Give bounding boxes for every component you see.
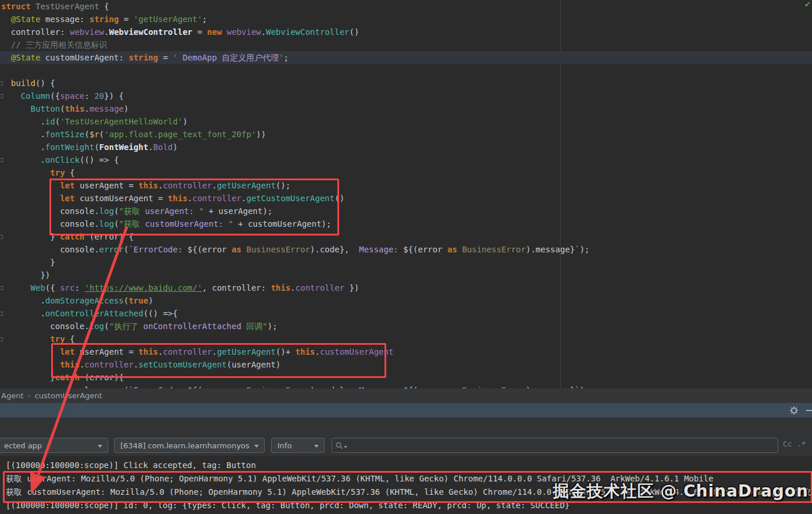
log-search-box[interactable] bbox=[332, 438, 778, 453]
inspection-ok-icon: ✔ bbox=[804, 0, 811, 9]
code-line[interactable]: controller: webview.WebviewController = … bbox=[0, 26, 812, 38]
gear-icon[interactable] bbox=[789, 405, 799, 416]
chevron-down-icon bbox=[314, 445, 319, 448]
fold-marker-icon[interactable] bbox=[0, 286, 3, 290]
code-line[interactable] bbox=[0, 64, 812, 77]
breadcrumb: Agent › customUserAgent bbox=[0, 388, 812, 404]
log-line: [(100000:100000:scope)] id: 0, log: {typ… bbox=[6, 499, 812, 512]
chevron-down-icon bbox=[254, 445, 259, 448]
code-lines: struct TestUserAgent { @State message: s… bbox=[0, 0, 812, 388]
log-lines: [(100000:100000:scope)] Click accepted, … bbox=[0, 456, 812, 514]
breadcrumb-item-customuseragent[interactable]: customUserAgent bbox=[35, 391, 102, 400]
search-icon bbox=[336, 442, 343, 449]
code-line[interactable]: Column({space: 20}) { bbox=[0, 90, 812, 102]
log-line: [(100000:100000:scope)] Click accepted, … bbox=[6, 459, 812, 472]
chevron-down-icon bbox=[98, 445, 102, 448]
code-line[interactable]: console.log("获取 customUserAgent: " + cus… bbox=[0, 217, 812, 230]
device-dropdown[interactable]: ected app bbox=[0, 438, 108, 453]
code-line[interactable]: .onClick(() => { bbox=[0, 154, 812, 166]
fold-marker-icon[interactable] bbox=[0, 158, 3, 162]
code-line[interactable]: } bbox=[0, 256, 812, 269]
toolwindow-header bbox=[0, 403, 812, 417]
code-editor[interactable]: struct TestUserAgent { @State message: s… bbox=[0, 0, 812, 388]
case-sensitive-toggle[interactable]: Cc bbox=[783, 440, 792, 448]
log-output[interactable]: [(100000:100000:scope)] Click accepted, … bbox=[0, 456, 812, 514]
code-line[interactable]: this.controller.setCustomUserAgent(userA… bbox=[0, 358, 812, 371]
fold-marker-icon[interactable] bbox=[0, 337, 3, 341]
code-line[interactable]: try { bbox=[0, 166, 812, 179]
minimize-icon[interactable] bbox=[806, 410, 812, 411]
code-line[interactable]: let userAgent = this.controller.getUserA… bbox=[0, 179, 812, 192]
fold-marker-icon[interactable] bbox=[0, 235, 3, 239]
code-line[interactable]: @State message: string = 'getUserAgent'; bbox=[0, 13, 812, 26]
code-line[interactable]: console.error(`ErrorCode: ${(error as Bu… bbox=[0, 384, 812, 388]
code-line[interactable]: .domStorageAccess(true) bbox=[0, 294, 812, 307]
log-toolbar: ected app [6348] com.learn.learnharmonyo… bbox=[0, 417, 812, 456]
code-line[interactable]: } catch (error) { bbox=[0, 230, 812, 243]
log-search-input[interactable] bbox=[347, 441, 757, 451]
code-line[interactable]: .fontWeight(FontWeight.Bold) bbox=[0, 141, 812, 154]
log-level-dropdown[interactable]: Info bbox=[271, 438, 325, 453]
code-line[interactable]: build() { bbox=[0, 77, 812, 90]
code-line[interactable]: .id('TestUserAgentHelloWorld') bbox=[0, 115, 812, 128]
log-level-dropdown-label: Info bbox=[277, 441, 292, 450]
code-line[interactable]: }catch (error){ bbox=[0, 371, 812, 384]
code-line[interactable]: .onControllerAttached(() =>{ bbox=[0, 307, 812, 320]
code-line[interactable]: .fontSize($r('app.float.page_text_font_2… bbox=[0, 128, 812, 141]
code-line[interactable]: struct TestUserAgent { bbox=[0, 0, 812, 13]
fold-marker-icon[interactable] bbox=[0, 312, 3, 316]
regex-toggle[interactable]: .* bbox=[797, 440, 806, 448]
fold-marker-icon[interactable] bbox=[0, 94, 3, 98]
code-line[interactable]: console.log("执行了 onControllerAttached 回调… bbox=[0, 320, 812, 333]
process-dropdown-label: [6348] com.learn.learnharmonyos bbox=[120, 441, 250, 450]
breadcrumb-item-agent[interactable]: Agent bbox=[1, 391, 23, 400]
chevron-right-icon: › bbox=[27, 391, 30, 400]
device-dropdown-label: ected app bbox=[4, 441, 42, 450]
log-line: 获取 userAgent: Mozilla/5.0 (Phone; OpenHa… bbox=[6, 472, 812, 486]
code-line[interactable]: }) bbox=[0, 269, 812, 281]
code-line[interactable]: Button(this.message) bbox=[0, 102, 812, 115]
fold-marker-icon[interactable] bbox=[0, 81, 3, 85]
code-line[interactable]: let customUserAgent = this.controller.ge… bbox=[0, 192, 812, 205]
code-line[interactable]: console.error(`ErrorCode: ${(error as Bu… bbox=[0, 243, 812, 256]
code-line[interactable]: @State customUserAgent: string = ' DemoA… bbox=[0, 51, 812, 64]
code-line[interactable]: // 三方应用相关信息标识 bbox=[0, 38, 812, 51]
process-dropdown[interactable]: [6348] com.learn.learnharmonyos bbox=[114, 438, 265, 453]
code-line[interactable]: try { bbox=[0, 333, 812, 345]
code-line[interactable]: console.log("获取 userAgent: " + userAgent… bbox=[0, 205, 812, 217]
code-line[interactable]: let userAgent = this.controller.getUserA… bbox=[0, 345, 812, 358]
code-line[interactable]: Web({ src: 'https://www.baidu.com/', con… bbox=[0, 281, 812, 294]
log-line: 获取 customUserAgent: Mozilla/5.0 (Phone; … bbox=[6, 486, 812, 499]
